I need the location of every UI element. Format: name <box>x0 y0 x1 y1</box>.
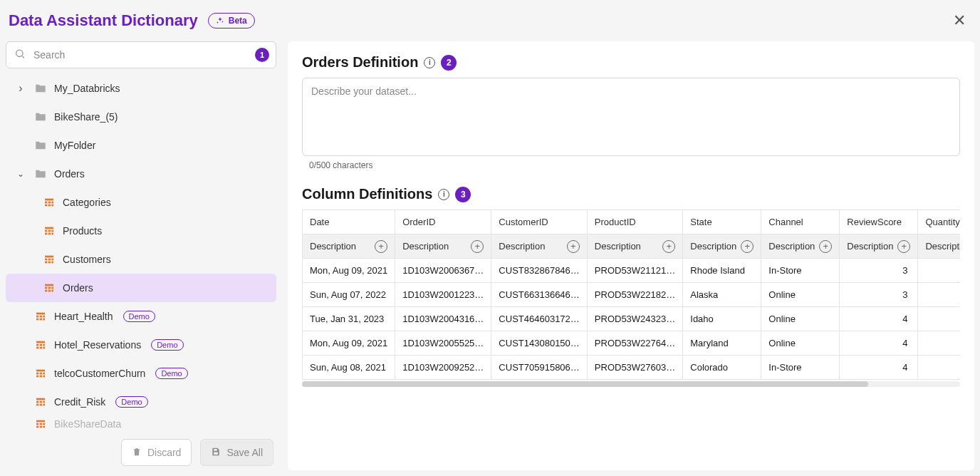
table-cell: 1D103W2009252… <box>395 356 491 380</box>
svg-rect-4 <box>48 202 51 204</box>
column-description-cell[interactable]: Description+ <box>303 234 395 259</box>
svg-rect-6 <box>45 205 47 207</box>
columns-table-wrap: DateOrderIDCustomerIDProductIDStateChann… <box>302 209 960 380</box>
tree-table[interactable]: Products <box>6 217 276 245</box>
tree-folder[interactable]: BikeShare_(5) <box>6 103 276 131</box>
svg-rect-53 <box>40 401 42 403</box>
tree-table[interactable]: Orders <box>6 274 276 302</box>
svg-rect-32 <box>40 316 42 318</box>
svg-rect-43 <box>43 347 45 349</box>
tree-folder[interactable]: ⌄Orders <box>6 160 276 188</box>
column-header[interactable]: Date <box>303 210 395 234</box>
column-description-cell[interactable]: Description+ <box>761 234 840 259</box>
svg-rect-42 <box>40 347 42 349</box>
tree-table[interactable]: Heart_HealthDemo <box>6 302 276 331</box>
dataset-description-input[interactable] <box>302 78 960 156</box>
add-description-icon[interactable]: + <box>897 240 910 253</box>
discard-button[interactable]: Discard <box>121 439 192 466</box>
column-header[interactable]: Quantity <box>918 210 960 234</box>
table-cell: Tue, Jan 31, 2023 <box>303 307 395 331</box>
column-header[interactable]: OrderID <box>395 210 491 234</box>
column-header[interactable]: Channel <box>761 210 840 234</box>
table-cell: Online <box>761 307 840 331</box>
chevron-down-icon[interactable]: ⌄ <box>14 169 27 179</box>
chevron-right-icon[interactable]: › <box>14 82 27 95</box>
horizontal-scrollbar[interactable] <box>302 381 960 387</box>
tree-folder[interactable]: ›My_Databricks <box>6 74 276 103</box>
svg-rect-3 <box>45 202 47 204</box>
svg-rect-47 <box>43 373 45 375</box>
table-cell: CUST663136646… <box>491 283 587 307</box>
table-cell: Online <box>761 283 840 307</box>
svg-rect-21 <box>48 262 51 264</box>
svg-rect-12 <box>51 230 53 232</box>
add-description-icon[interactable]: + <box>567 240 580 253</box>
search-input[interactable] <box>6 41 276 68</box>
column-header[interactable]: ProductID <box>587 210 682 234</box>
table-icon <box>34 310 47 323</box>
table-cell: 3 <box>840 283 918 307</box>
add-description-icon[interactable]: + <box>471 240 484 253</box>
column-header[interactable]: State <box>683 210 761 234</box>
svg-rect-31 <box>36 316 38 318</box>
table-icon <box>34 395 47 408</box>
tree-item-label: telcoCustomerChurn <box>54 368 145 379</box>
columns-table: DateOrderIDCustomerIDProductIDStateChann… <box>303 209 960 380</box>
table-cell: 1D103W2004316… <box>395 307 491 331</box>
svg-rect-10 <box>45 230 47 232</box>
table-cell: 1D103W2006367… <box>395 259 491 283</box>
svg-rect-2 <box>45 199 53 201</box>
tree-folder[interactable]: MyFolder <box>6 131 276 160</box>
add-description-icon[interactable]: + <box>819 240 832 253</box>
tree-table[interactable]: Customers <box>6 245 276 274</box>
svg-rect-41 <box>36 347 38 349</box>
svg-rect-40 <box>43 344 45 346</box>
add-description-icon[interactable]: + <box>662 240 675 253</box>
add-description-icon[interactable]: + <box>375 240 387 253</box>
save-all-button[interactable]: Save All <box>200 439 273 466</box>
table-row: Sun, Aug 07, 20221D103W2001223…CUST66313… <box>303 283 960 307</box>
svg-rect-8 <box>51 205 53 207</box>
columns-title: Column Definitions <box>302 186 432 202</box>
svg-rect-56 <box>40 404 42 406</box>
table-icon <box>34 418 47 430</box>
column-description-cell[interactable]: Description+ <box>395 234 491 259</box>
discard-label: Discard <box>147 447 181 458</box>
search-step-badge: 1 <box>255 48 269 62</box>
column-description-cell[interactable]: Description+ <box>840 234 918 259</box>
svg-rect-50 <box>43 376 45 378</box>
description-label: Description <box>595 241 641 252</box>
scrollbar-thumb[interactable] <box>302 381 868 387</box>
svg-rect-45 <box>36 373 38 375</box>
info-icon[interactable]: i <box>424 57 435 68</box>
svg-rect-22 <box>51 262 53 264</box>
svg-rect-49 <box>40 376 42 378</box>
tree-table[interactable]: Categories <box>6 188 276 217</box>
column-description-cell[interactable]: Description+ <box>491 234 587 259</box>
beta-label: Beta <box>229 16 247 26</box>
column-header[interactable]: CustomerID <box>491 210 587 234</box>
tree-table[interactable]: BikeShareData <box>6 416 276 432</box>
column-description-cell[interactable]: Description+ <box>918 234 960 259</box>
tree-table[interactable]: Credit_RiskDemo <box>6 388 276 416</box>
column-description-cell[interactable]: Description+ <box>683 234 761 259</box>
svg-rect-28 <box>48 290 51 292</box>
svg-rect-24 <box>45 287 47 289</box>
tree-table[interactable]: telcoCustomerChurnDemo <box>6 359 276 388</box>
header: Data Assistant Dictionary Beta ✕ <box>6 6 974 41</box>
close-button[interactable]: ✕ <box>947 9 971 33</box>
svg-rect-59 <box>36 423 38 425</box>
column-header[interactable]: ReviewScore <box>840 210 918 234</box>
tree-item-label: Hotel_Reservations <box>54 339 141 351</box>
description-label: Description <box>925 241 960 252</box>
table-cell: Mon, Aug 09, 2021 <box>303 259 395 283</box>
svg-line-1 <box>22 56 24 58</box>
description-label: Description <box>690 241 736 252</box>
tree-item-label: Heart_Health <box>54 311 113 322</box>
column-description-cell[interactable]: Description+ <box>587 234 682 259</box>
info-icon[interactable]: i <box>438 189 449 200</box>
table-cell: Sun, Aug 07, 2022 <box>303 283 395 307</box>
add-description-icon[interactable]: + <box>741 240 754 253</box>
tree-item-label: Products <box>63 225 102 237</box>
tree-table[interactable]: Hotel_ReservationsDemo <box>6 331 276 359</box>
